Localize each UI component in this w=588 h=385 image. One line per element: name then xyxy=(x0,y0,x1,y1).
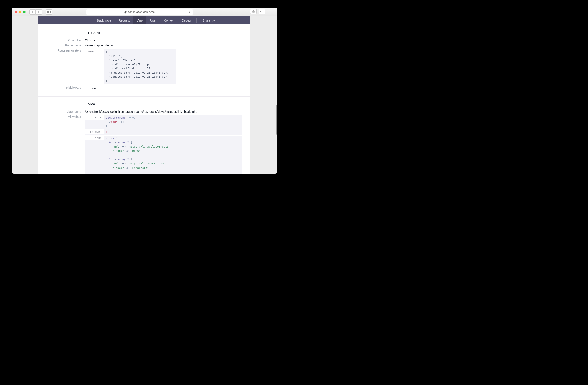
share-button[interactable] xyxy=(250,9,257,14)
share-label: Share xyxy=(203,19,210,22)
viewdata-links-value: array:3 [ 0 => array:2 [ "url" => "https… xyxy=(104,136,242,174)
viewdata-errors: errors ViewErrorBag {#401 #bags: [] } xyxy=(85,115,242,129)
row-view-data: View data errors ViewErrorBag {#401 #bag… xyxy=(45,115,242,174)
page-content: Stack trace Request App User Context Deb… xyxy=(38,17,250,174)
chevron-right-icon xyxy=(38,11,40,13)
browser-toolbar: ignition-laracon-demo.test + xyxy=(12,8,277,17)
scrollbar-thumb[interactable] xyxy=(276,105,277,135)
route-param-user: user { "id": 1, "name": "Marcel", "email… xyxy=(85,49,242,84)
tab-debug[interactable]: Debug xyxy=(178,17,194,24)
row-middleware: Middleware — web xyxy=(45,85,242,91)
maximize-window-button[interactable] xyxy=(23,11,25,13)
close-window-button[interactable] xyxy=(15,11,17,13)
sidebar-icon xyxy=(47,11,51,13)
middleware-value: web xyxy=(92,86,242,90)
sidebar-toggle-button[interactable] xyxy=(46,9,52,15)
tab-context[interactable]: Context xyxy=(160,17,178,24)
nav-buttons xyxy=(29,9,42,15)
view-data-container: errors ViewErrorBag {#401 #bags: [] } ob… xyxy=(85,115,242,174)
label-route-name: Route name xyxy=(45,43,85,47)
share-arrow-icon xyxy=(212,19,215,22)
tab-stack-trace[interactable]: Stack trace xyxy=(92,17,115,24)
share-menu[interactable]: Share xyxy=(199,17,219,24)
row-route-name: Route name view-exception-demo xyxy=(45,43,242,47)
new-tab-button[interactable]: + xyxy=(268,9,274,15)
viewdata-oblevel-value: 1 xyxy=(104,129,242,135)
ignition-nav: Stack trace Request App User Context Deb… xyxy=(38,17,250,24)
viewdata-links-label: links xyxy=(85,136,104,140)
viewdata-errors-value: ViewErrorBag {#401 #bags: [] } xyxy=(104,115,242,129)
tab-request[interactable]: Request xyxy=(115,17,133,24)
value-route-name: view-exception-demo xyxy=(85,43,242,47)
nav-divider xyxy=(196,18,197,22)
viewdata-links: links array:3 [ 0 => array:2 [ "url" => … xyxy=(85,136,242,174)
svg-rect-0 xyxy=(47,11,51,13)
value-controller: Closure xyxy=(85,38,242,42)
viewdata-errors-label: errors xyxy=(85,115,104,120)
row-controller: Controller Closure xyxy=(45,38,242,42)
row-route-parameters: Route parameters user { "id": 1, "name":… xyxy=(45,48,242,84)
viewdata-oblevel-label: obLevel xyxy=(85,129,104,134)
label-view-name: View name xyxy=(45,110,85,113)
toolbar-right: + xyxy=(250,9,274,15)
window-controls xyxy=(15,11,25,13)
tab-user[interactable]: User xyxy=(146,17,160,24)
label-controller: Controller xyxy=(45,38,85,42)
browser-window: ignition-laracon-demo.test + Stack trace… xyxy=(12,8,277,174)
value-view-name: /Users/freek/dev/code/ignition-laracon-d… xyxy=(85,110,242,113)
svg-rect-3 xyxy=(260,11,263,12)
back-button[interactable] xyxy=(29,9,36,15)
middleware-dash: — xyxy=(85,86,92,91)
reload-button[interactable] xyxy=(189,11,191,13)
label-route-parameters: Route parameters xyxy=(45,48,85,52)
label-middleware: Middleware xyxy=(45,85,85,89)
row-view-name: View name /Users/freek/dev/code/ignition… xyxy=(45,110,242,113)
plus-icon: + xyxy=(270,10,273,14)
section-view-title: View xyxy=(88,102,242,106)
share-icon xyxy=(252,10,255,13)
address-bar[interactable]: ignition-laracon-demo.test xyxy=(86,9,193,15)
tabs-button[interactable] xyxy=(259,9,265,14)
tab-app[interactable]: App xyxy=(133,17,146,24)
minimize-window-button[interactable] xyxy=(19,11,21,13)
tabs-icon xyxy=(260,10,263,13)
content-area: Routing Controller Closure Route name vi… xyxy=(38,24,250,174)
reload-icon xyxy=(189,11,191,13)
viewport[interactable]: Stack trace Request App User Context Deb… xyxy=(12,17,277,174)
middleware-item: — web xyxy=(85,86,242,91)
route-param-json: { "id": 1, "name": "Marcel", "email": "m… xyxy=(104,49,175,84)
viewdata-oblevel: obLevel 1 xyxy=(85,129,242,135)
forward-button[interactable] xyxy=(36,9,42,15)
label-view-data: View data xyxy=(45,115,85,118)
chevron-left-icon xyxy=(32,11,34,13)
section-routing-title: Routing xyxy=(88,31,242,34)
route-param-key: user xyxy=(85,49,104,54)
address-bar-url: ignition-laracon-demo.test xyxy=(124,10,155,14)
